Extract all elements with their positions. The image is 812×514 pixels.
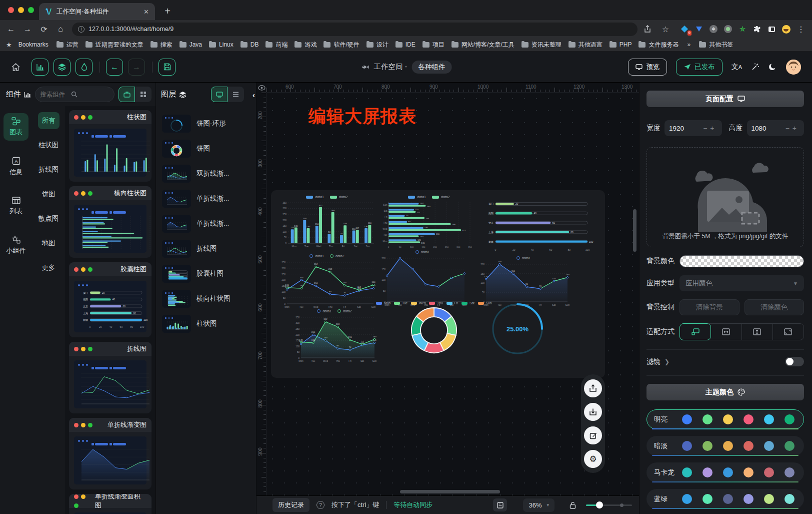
layer-item[interactable]: 柱状图 [160, 311, 252, 336]
chart-panel-toggle-button[interactable] [32, 59, 48, 76]
site-info-icon[interactable]: i [78, 26, 84, 33]
dashboard-preview[interactable]: data1data2 050100150200250300350120136Mo… [271, 190, 605, 378]
bookmark-item[interactable]: DB [237, 40, 262, 49]
layers-panel-toggle-button[interactable] [54, 59, 70, 76]
component-card[interactable]: 胶囊柱图厦门20南阳40北京60上海80新疆100020406080100 [69, 262, 152, 337]
chart-bar-grouped[interactable]: data1data2 050100150200250300350120136Mo… [278, 195, 376, 249]
reload-icon[interactable]: ⟳ [39, 25, 49, 34]
theme-color-dot[interactable] [744, 494, 754, 504]
theme-color-dot[interactable] [682, 414, 692, 424]
theme-color-dot[interactable] [723, 467, 733, 477]
bg-color-swatch[interactable] [680, 255, 804, 267]
chart-line-single[interactable]: data1 050100150200MonTueWedThuFriSatSun [378, 250, 467, 307]
height-input[interactable]: 1080−+ [747, 120, 804, 136]
extension-circle-icon[interactable]: ❄ [709, 25, 718, 34]
theme-row-明亮[interactable]: 明亮 [646, 409, 804, 429]
category-3[interactable]: 饼图 [38, 186, 60, 203]
theme-row-暗淡[interactable]: 暗淡 [646, 436, 804, 456]
history-button[interactable]: 历史记录 [272, 498, 310, 512]
layer-item[interactable]: 单折线渐... [160, 186, 252, 211]
url-bar[interactable]: i 127.0.0.1:3000/#/chart/home/9 [72, 23, 638, 36]
sidebar-panel-icon[interactable] [767, 25, 776, 34]
extension-pinned-icon[interactable]: 9 [680, 25, 689, 34]
forward-icon[interactable]: → [22, 25, 32, 34]
zoom-slider[interactable] [586, 504, 632, 506]
layer-item[interactable]: 单折线渐... [160, 211, 252, 236]
workspace-badge[interactable]: 各种组件 [412, 61, 452, 74]
bookmark-item[interactable]: 近期需要读的文章 [82, 40, 147, 50]
layer-list-view-toggle[interactable] [228, 87, 244, 102]
dark-mode-moon-icon[interactable] [768, 63, 777, 71]
component-card[interactable]: 单折线渐变图 [69, 418, 152, 489]
theme-color-dot[interactable] [744, 414, 754, 424]
bookmarks-label[interactable]: Bookmarks [15, 40, 52, 49]
design-canvas[interactable]: 6007008009001000110012001300 20030040050… [256, 83, 639, 495]
nav-item-list[interactable]: 列表 [4, 193, 28, 220]
chart-line-dual[interactable]: data1data2 05010015020025030035012020015… [278, 254, 376, 309]
redo-button[interactable]: → [128, 59, 145, 76]
fit-stretch-button[interactable] [773, 324, 804, 340]
save-button[interactable] [158, 59, 176, 76]
new-tab-button[interactable]: + [160, 4, 175, 19]
fit-width-button[interactable] [710, 324, 742, 340]
import-icon[interactable] [584, 379, 602, 397]
component-card[interactable]: 柱状图 [69, 110, 152, 182]
category-1[interactable]: 柱状图 [34, 137, 63, 154]
bookmark-item[interactable]: Java [176, 40, 206, 49]
canvas-title-text[interactable]: 编辑大屏报表 [308, 105, 416, 128]
theme-color-dot[interactable] [702, 414, 712, 424]
chart-horizontal-bar[interactable]: data1data2 050100150200250300350130160Su… [380, 195, 478, 249]
share-icon[interactable] [644, 25, 654, 33]
theme-color-dot[interactable] [744, 467, 754, 477]
theme-color-dot[interactable] [784, 494, 794, 504]
theme-color-dot[interactable] [702, 441, 712, 451]
component-card[interactable]: 横向柱状图 [69, 186, 152, 258]
category-2[interactable]: 折线图 [34, 161, 63, 178]
theme-color-dot[interactable] [702, 494, 712, 504]
detail-panel-toggle-button[interactable] [76, 59, 92, 76]
bookmark-item[interactable]: 搜索 [147, 40, 176, 50]
nav-item-widgets[interactable]: 小组件 [4, 232, 28, 259]
stepper-buttons[interactable]: −+ [703, 124, 717, 132]
theme-color-dot[interactable] [764, 414, 774, 424]
theme-color-dot[interactable] [784, 441, 794, 451]
extension-dot-icon[interactable] [724, 25, 732, 34]
other-bookmarks[interactable]: 其他书签 [696, 40, 736, 50]
close-window-button[interactable] [8, 7, 14, 13]
back-icon[interactable]: ← [6, 25, 16, 34]
bookmark-item[interactable]: 游戏 [291, 40, 320, 50]
theme-color-dot[interactable] [723, 414, 733, 424]
category-all[interactable]: 所有 [38, 112, 60, 129]
bookmark-item[interactable]: 网站/博客/文章/工具 [448, 40, 518, 50]
bookmark-item[interactable]: 文件服务器 [635, 40, 682, 50]
preview-button[interactable]: 预览 [628, 59, 667, 76]
bookmark-item[interactable]: 项目 [419, 40, 448, 50]
extensions-puzzle-icon[interactable] [752, 25, 762, 34]
undo-button[interactable]: ← [106, 59, 123, 76]
filter-toggle[interactable] [785, 357, 804, 366]
theme-row-马卡龙[interactable]: 马卡龙 [646, 462, 804, 482]
bookmark-item[interactable]: IDE [392, 40, 419, 49]
theme-color-dot[interactable] [682, 494, 692, 504]
toolbox-view-toggle[interactable] [118, 87, 135, 102]
category-6[interactable]: 更多 [38, 259, 60, 276]
clear-color-button[interactable]: 清除颜色 [744, 299, 804, 315]
chart-capsule-bar[interactable]: 厦门20南阳40北京60上海80新疆100020406080100 [484, 197, 598, 253]
publish-button[interactable]: 已发布 [676, 59, 722, 76]
minimize-window-button[interactable] [18, 7, 24, 13]
eye-icon[interactable] [256, 83, 266, 93]
canvas-horizontal-scrollbar[interactable] [400, 490, 500, 493]
chart-area-dual[interactable]: data1data2 05010015020025030035012020015… [292, 309, 377, 363]
component-card[interactable]: 折线图 [69, 342, 152, 413]
maximize-window-button[interactable] [28, 7, 34, 13]
chart-line-gradient[interactable]: data1 0501001502001202001508070110130Mon… [477, 256, 570, 307]
bookmark-star-icon[interactable]: ☆ [660, 25, 670, 34]
layer-item[interactable]: 双折线渐... [160, 161, 252, 186]
bookmark-item[interactable]: 运营 [53, 40, 82, 50]
shortcut-panel-icon[interactable] [493, 498, 507, 511]
browser-menu-icon[interactable]: ⋮ [796, 25, 806, 34]
edit-icon[interactable] [584, 426, 602, 444]
layer-item[interactable]: 饼图-环形 [160, 111, 252, 136]
app-home-icon[interactable] [11, 63, 20, 72]
help-icon[interactable]: ? [316, 501, 324, 509]
